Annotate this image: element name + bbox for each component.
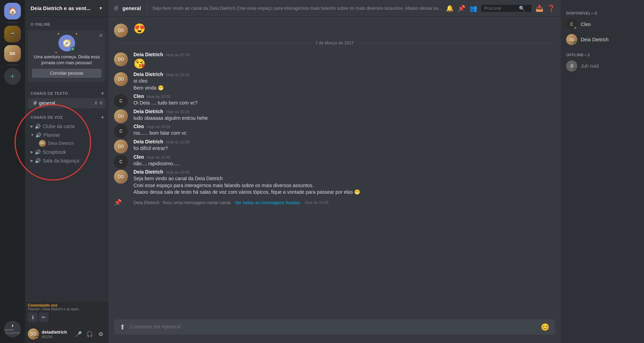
hash-icon: # xyxy=(33,100,37,107)
sidebar-content: O ONLINE ✕ ✦ 🧭 ✦ ✦ Uma aventura começa. … xyxy=(25,17,108,302)
search-input[interactable] xyxy=(484,6,519,11)
notification-bell-icon[interactable]: 🔔 xyxy=(446,5,454,12)
channel-item-general[interactable]: # general ⬆ ⚙ xyxy=(28,98,106,108)
emoji-picker-button[interactable]: 😊 xyxy=(541,323,549,331)
voice-edit-button[interactable]: ✏ xyxy=(39,312,49,322)
plus-icon: + xyxy=(10,72,15,81)
upload-button[interactable]: ⬆ xyxy=(120,323,125,331)
voice-connecting-location: Planner / Deia Dietrich e as aven... xyxy=(28,307,106,311)
voice-channel-clube-da-carta-header[interactable]: ▶ 🔊 Clube da carta xyxy=(28,122,106,131)
pinned-time: Hoje às 10:49 xyxy=(305,200,328,204)
home-server-icon[interactable]: 🏠 xyxy=(4,3,21,19)
inbox-icon[interactable]: 📥 xyxy=(536,5,543,12)
message-content-m1: Deia Dietrich Hoje às 07:54 😘 xyxy=(133,52,555,69)
member-item-deia[interactable]: DD Deia Dietrich xyxy=(563,32,641,47)
chat-channel-name: general xyxy=(122,5,141,11)
main-content: # general Seja bem vindo ao canal da Dei… xyxy=(108,0,561,343)
pinned-link[interactable]: Ver todas as mensagens fixadas. xyxy=(235,200,302,205)
message-text-m6: foi difícil entrar? xyxy=(133,145,555,152)
server-icon-1[interactable]: 📸 xyxy=(4,26,21,42)
server-name: Deia Dietrich e as vent... xyxy=(31,5,91,11)
voice-user-deia-avatar: DD xyxy=(39,140,46,147)
online-count: O ONLINE xyxy=(25,17,108,28)
voice-channels-label: CANAIS DE VOZ xyxy=(31,115,63,119)
add-voice-channel-button[interactable]: + xyxy=(99,114,106,120)
server-icon-deia[interactable]: DA xyxy=(4,45,21,62)
message-input-area: ⬆ 😊 xyxy=(108,319,561,343)
offline-members-header: OFFLINE—1 xyxy=(563,47,641,58)
voice-connecting-bar: Conectando voz Planner / Deia Dietrich e… xyxy=(25,302,108,325)
settings-icon[interactable]: ⚙ xyxy=(99,101,103,106)
speaker-icon: 🔊 xyxy=(35,124,41,129)
message-group-m1: DD Deia Dietrich Hoje às 07:54 😘 xyxy=(108,51,561,70)
pinned-text: fixou uma mensagem neste canal. xyxy=(161,200,233,205)
message-avatar-deia-2: DD xyxy=(114,72,128,86)
message-content-m7: Cleo Hoje às 10:30 não.... rapidissimo..… xyxy=(133,154,555,167)
message-header-m5: Cleo Hoje às 10:26 xyxy=(133,124,555,129)
voice-channel-sala-da-bagunca: ▶ 🔊 Sala da bagunça xyxy=(28,157,106,165)
message-header-m1: Deia Dietrich Hoje às 07:54 xyxy=(133,52,555,57)
message-text-m7: não.... rapidissimo..... xyxy=(133,160,555,167)
message-avatar-deia-4: DD xyxy=(114,109,128,123)
download-server-icon[interactable]: ⬇ BAIXAR APLICATIVOS xyxy=(4,321,21,337)
user-controls: 🎤 🎧 ⚙ xyxy=(74,329,106,339)
mute-button[interactable]: 🎤 xyxy=(74,329,83,339)
invite-avatar-area: ✦ 🧭 ✦ ✦ xyxy=(32,35,101,51)
member-item-cleo[interactable]: C Cleo xyxy=(563,17,641,32)
pin-icon[interactable]: 📌 xyxy=(458,5,465,12)
member-avatar-juh: JI xyxy=(566,60,577,72)
voice-info-button[interactable]: ℹ xyxy=(28,312,38,322)
date-divider: 7 de Março de 2017 xyxy=(114,41,555,45)
message-author-m6: Deia Dietrich xyxy=(133,139,163,144)
server-chevron-icon: ▼ xyxy=(99,6,103,11)
text-channels-category[interactable]: CANAIS DE TEXTO + xyxy=(25,85,108,98)
voice-channel-planner-header[interactable]: ▼ 🔊 Planner xyxy=(28,131,106,139)
voice-channels-category[interactable]: CANAIS DE VOZ + xyxy=(25,109,108,122)
message-author-m8: Deia Dietrich xyxy=(133,169,163,175)
upload-icon[interactable]: ⬆ xyxy=(94,101,98,106)
user-area: DD deiadietrich #6104 🎤 🎧 ⚙ xyxy=(25,325,108,343)
message-time-m7: Hoje às 10:30 xyxy=(147,155,170,159)
message-text-m3: Oi Deia .... tudo bem com vc? xyxy=(133,100,555,107)
voice-user-deia-name: Deia Dietrich xyxy=(48,141,74,146)
members-icon[interactable]: 👥 xyxy=(470,5,477,12)
sparkle-icon-bottom: ✦ xyxy=(55,51,57,54)
messages-area: DD 😍 7 de Março de 2017 DD Deia Dietrich… xyxy=(108,17,561,319)
message-content-m6: Deia Dietrich Hoje às 10:28 foi difícil … xyxy=(133,139,555,152)
voice-user-deia[interactable]: DD Deia Dietrich xyxy=(28,139,106,148)
message-content-m5: Cleo Hoje às 10:26 rss...... bom falar c… xyxy=(133,124,555,137)
add-text-channel-button[interactable]: + xyxy=(99,90,106,97)
message-emoji-m1: 😘 xyxy=(133,58,555,69)
member-item-juh[interactable]: JI Juh Isati xyxy=(563,58,641,74)
chat-header: # general Seja bem vindo ao canal da Dei… xyxy=(108,0,561,17)
voice-connecting-actions: ℹ ✏ xyxy=(28,312,106,322)
invite-banner: ✕ ✦ 🧭 ✦ ✦ Uma aventura começa. Divida es… xyxy=(28,31,106,82)
voice-channel-sala-da-bagunca-header[interactable]: ▶ 🔊 Sala da bagunça xyxy=(28,157,106,165)
user-settings-button[interactable]: ⚙ xyxy=(96,329,106,339)
invite-people-button[interactable]: Convidar pessoas xyxy=(32,69,101,78)
message-input-box: ⬆ 😊 xyxy=(114,319,555,335)
message-group-m0: DD 😍 xyxy=(108,22,561,35)
member-avatar-cleo: C xyxy=(566,19,577,30)
members-list: DISPONÍVEL—2 C Cleo DD Deia Dietrich OFF… xyxy=(561,0,644,343)
help-icon[interactable]: ❓ xyxy=(547,5,555,12)
message-author-m4: Deia Dietrich xyxy=(133,109,163,114)
message-time-m2: Hoje às 10:23 xyxy=(166,73,190,77)
invite-avatar: 🧭 xyxy=(58,35,75,51)
message-avatar-deia-0: DD xyxy=(114,24,128,37)
message-author-m3: Cleo xyxy=(133,93,144,99)
message-header-m3: Cleo Hoje às 10:26 xyxy=(133,93,555,99)
message-input[interactable] xyxy=(130,324,541,331)
add-server-button[interactable]: + xyxy=(4,68,21,85)
pinned-notification: 📌 Deia Dietrich fixou uma mensagem neste… xyxy=(108,197,561,208)
server-header[interactable]: Deia Dietrich e as vent... ▼ xyxy=(25,0,108,17)
deafen-button[interactable]: 🎧 xyxy=(85,329,95,339)
voice-channel-scrapbook-name: Scrapbook xyxy=(43,149,66,155)
voice-channel-scrapbook-header[interactable]: ▶ 🔊 Scrapbook xyxy=(28,148,106,156)
speaker-icon-bagunca: 🔊 xyxy=(35,158,41,164)
member-status-deia xyxy=(574,42,577,45)
home-icon: 🏠 xyxy=(8,7,17,16)
server-bar: 🏠 📸 DA + ⬇ BAIXAR APLICATIVOS xyxy=(0,0,25,343)
message-text-m8: Seja bem vindo ao canal da Deia Dietrich… xyxy=(133,175,555,196)
online-dot xyxy=(71,47,75,51)
